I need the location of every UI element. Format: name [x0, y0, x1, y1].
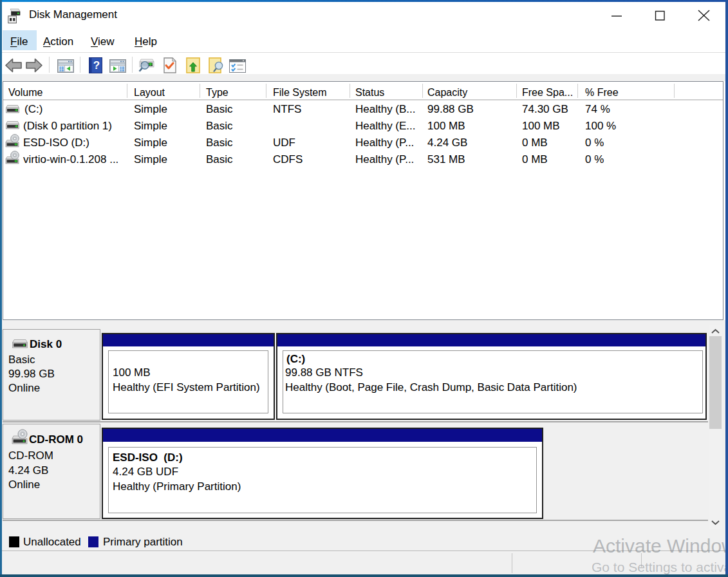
svg-text:?: ? [93, 59, 100, 71]
